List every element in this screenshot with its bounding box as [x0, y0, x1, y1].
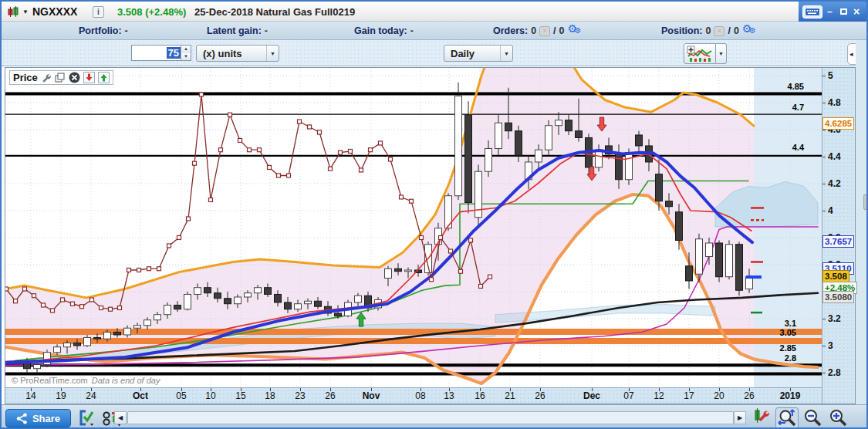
candle	[535, 150, 542, 162]
y-tick-label: 2.8	[828, 367, 841, 378]
zoom-in-icon	[828, 408, 848, 428]
y-tick	[822, 346, 826, 346]
price-plot-area[interactable]: Price © ProRealTime.comData is end of da…	[5, 68, 822, 387]
share-button[interactable]: Share	[5, 409, 71, 427]
move-down-button[interactable]	[83, 72, 95, 83]
candle	[194, 288, 201, 295]
candle	[505, 123, 512, 131]
candle	[716, 243, 723, 277]
info-button[interactable]: i	[93, 2, 104, 22]
position-close-button[interactable]: ×	[714, 26, 724, 36]
candle	[134, 326, 141, 329]
units-stepper[interactable]: ▲▼	[181, 46, 191, 60]
candle	[104, 332, 111, 339]
y-tick	[822, 130, 826, 130]
orders-field: Orders:0 × /0 ⚙⚙	[493, 22, 583, 40]
candle	[455, 96, 462, 196]
candle	[335, 313, 342, 316]
candle	[566, 120, 572, 131]
latent-gain-field: Latent gain:-	[207, 22, 268, 40]
instrument-description: 25-Dec-2018 Natural Gas Full0219	[194, 2, 355, 22]
window-titlebar[interactable]: ▼ NGXXXX i 3.508 (+2.48%) 25-Dec-2018 Na…	[2, 2, 868, 22]
orders-settings-icon[interactable]: ⚙⚙	[568, 24, 583, 38]
price-level-label: 4.4	[792, 143, 804, 152]
price-level-label: 2.8	[785, 353, 796, 363]
candle	[545, 126, 552, 150]
zoom-area-button[interactable]	[775, 407, 799, 429]
x-tick-label: 12	[654, 390, 664, 401]
green-up-arrow-icon	[100, 73, 107, 82]
list-alerts-button[interactable]	[78, 409, 98, 427]
x-tick-label: 20	[714, 390, 724, 401]
info-icon: i	[93, 6, 104, 18]
y-tick-label: 5	[828, 70, 833, 81]
y-tick	[822, 319, 826, 319]
axis-float-label-35080: 3.5080	[822, 291, 854, 303]
wrench-icon[interactable]	[41, 73, 52, 83]
candle	[144, 320, 151, 326]
units-count-input[interactable]: 75 ▲▼	[131, 45, 191, 61]
candle	[184, 294, 191, 309]
x-tick-label: 26	[325, 390, 335, 401]
x-tick-label: 15	[235, 390, 245, 401]
close-button[interactable]: ×	[853, 2, 865, 22]
zoom-out-button[interactable]	[801, 407, 824, 429]
price-level-label: 4.85	[788, 82, 804, 91]
chart-style-button[interactable]	[684, 43, 716, 64]
x-tick-label: 16	[475, 390, 485, 401]
maximize-button[interactable]	[840, 2, 847, 22]
minimize-button[interactable]: –	[827, 2, 839, 22]
orders-cancel-button[interactable]: ×	[539, 26, 550, 36]
y-tick-label: 3	[828, 340, 833, 351]
price-level-label: 3.1	[785, 319, 796, 328]
candle	[746, 277, 753, 289]
duplicate-icon[interactable]	[55, 73, 66, 83]
x-tick-label: 14	[25, 390, 35, 401]
chart-style-dropdown[interactable]: ▼	[716, 43, 727, 64]
candle	[676, 212, 683, 241]
candle	[686, 266, 693, 281]
position-field: Position:0 × /0 ⚙⚙	[661, 22, 758, 40]
symbol-dropdown-icon[interactable]: ▼	[22, 2, 29, 22]
y-tick-label: 4	[828, 205, 833, 216]
candle	[596, 150, 603, 167]
time-axis[interactable]: 141924Oct051015182326Nov0813162126Dec071…	[5, 387, 822, 404]
timeframe-select[interactable]: Daily▼	[444, 45, 513, 62]
x-tick-label: 17	[684, 390, 694, 401]
horizontal-scrollbar[interactable]	[127, 411, 734, 424]
x-tick-label: 23	[295, 390, 305, 401]
chart-toolbar: 75 ▲▼ (x) units▼ Daily▼ ▼	[2, 40, 868, 66]
candle	[265, 288, 272, 295]
candle	[485, 148, 492, 171]
x-tick-label: 24	[86, 390, 96, 401]
candle	[124, 328, 131, 335]
candle	[736, 245, 743, 291]
chart-settings-button[interactable]	[751, 408, 772, 427]
candle	[164, 305, 171, 314]
chevron-down-icon: ▼	[500, 46, 512, 61]
y-tick-label: 4.2	[828, 178, 841, 189]
y-tick-label: 4.8	[828, 97, 841, 108]
candle	[94, 337, 101, 339]
panel-handle[interactable]	[863, 194, 868, 210]
candle	[174, 305, 181, 309]
gain-today-field: Gain today:-	[354, 22, 414, 40]
units-type-select[interactable]: (x) units▼	[196, 45, 279, 62]
zoom-in-button[interactable]	[826, 407, 849, 429]
candle	[34, 364, 41, 368]
y-tick	[822, 103, 826, 103]
x-tick-label: 18	[265, 390, 275, 401]
candle	[74, 343, 81, 346]
portfolio-field: Portfolio:-	[79, 22, 128, 40]
x-tick-label: 21	[505, 390, 515, 401]
candle	[515, 131, 522, 156]
close-pane-icon[interactable]	[69, 72, 80, 83]
candles-logo-icon	[7, 2, 21, 22]
move-up-button[interactable]	[98, 72, 110, 83]
scroll-right-button[interactable]: ▶	[734, 411, 746, 424]
y-tick-label: 3.2	[828, 313, 841, 324]
position-settings-icon[interactable]: ⚙⚙	[742, 24, 758, 38]
chevron-down-icon: ▼	[266, 46, 279, 61]
virtual-keyboard-button[interactable]	[802, 2, 822, 22]
scroll-left-button[interactable]: ◀	[114, 411, 127, 424]
